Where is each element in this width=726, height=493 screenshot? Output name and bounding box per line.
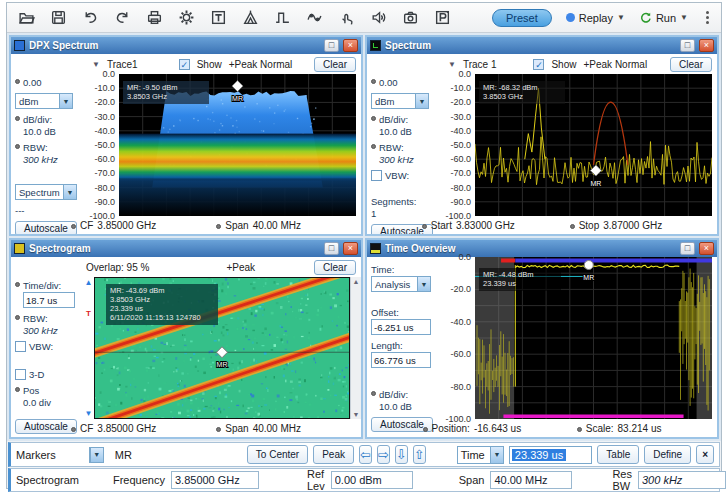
ref-level-value[interactable]: 0.00	[23, 77, 42, 88]
db-div-value[interactable]: 10.0 dB	[379, 126, 412, 137]
dpx-plot[interactable]: MR: -9.50 dBm3.8503 GHzMR	[119, 74, 356, 216]
clear-button[interactable]: Clear	[314, 57, 356, 72]
time-mode-dropdown[interactable]: Analysis▼	[371, 276, 431, 292]
peak-button[interactable]: Peak	[313, 445, 354, 464]
spectrogram-right-scrollbar[interactable]: ▲▼	[350, 277, 361, 419]
settings-gear-icon[interactable]	[175, 7, 198, 29]
maximize-button[interactable]: □	[324, 242, 339, 255]
scale-value[interactable]: 83.214 us	[618, 423, 662, 434]
close-markers-button[interactable]: ×	[696, 445, 714, 464]
offset-label: Offset:	[371, 307, 431, 318]
audio-icon[interactable]	[367, 7, 390, 29]
offset-field[interactable]	[371, 319, 431, 335]
ref-level-value[interactable]: 0.00	[379, 77, 398, 88]
radio-indicator	[15, 282, 20, 287]
spectrum-titlebar[interactable]: Spectrum □ ×	[367, 37, 717, 54]
cf-value[interactable]: 3.85000 GHz	[97, 220, 156, 231]
cf-value[interactable]: 3.85000 GHz	[97, 423, 156, 434]
peak-left-button[interactable]: ⇦	[359, 445, 372, 464]
position-value[interactable]: -16.643 us	[474, 423, 521, 434]
scroll-up-icon[interactable]: ▲	[353, 278, 360, 285]
redo-icon[interactable]	[111, 7, 134, 29]
undo-icon[interactable]	[79, 7, 102, 29]
close-button[interactable]: ×	[699, 242, 714, 255]
replay-button[interactable]: Replay▼	[566, 12, 625, 24]
rbw-value[interactable]: 300 kHz	[379, 154, 414, 165]
scroll-down-icon[interactable]: ▼	[85, 409, 93, 418]
units-dropdown[interactable]: dBm▼	[371, 93, 429, 109]
radio-indicator	[577, 427, 582, 432]
pulse-trace-icon[interactable]	[271, 7, 294, 29]
analysis-wave-icon[interactable]	[303, 7, 326, 29]
res-bw-field[interactable]	[638, 471, 726, 489]
length-field[interactable]	[371, 352, 431, 368]
peak-higher-button[interactable]: ⇧	[413, 445, 426, 464]
dpx-titlebar[interactable]: DPX Spectrum □ ×	[11, 37, 361, 54]
maximize-button[interactable]: □	[324, 39, 339, 52]
trace-collapse-icon[interactable]: ▼	[92, 60, 100, 69]
markers-toolbar: Markers ▼ MR To Center Peak ⇦ ⇨ ⇩ ⇧ Time…	[8, 442, 720, 467]
scroll-up-icon[interactable]: ▲	[85, 278, 93, 287]
vbw-checkbox[interactable]	[371, 170, 382, 181]
clear-button[interactable]: Clear	[314, 260, 356, 275]
preset-button[interactable]: Preset	[492, 9, 552, 27]
preset-p-icon[interactable]	[431, 7, 454, 29]
spectrogram-plot[interactable]: MR: -43.69 dBm3.8503 GHz23.339 us6/11/20…	[94, 277, 350, 419]
clear-button[interactable]: Clear	[670, 57, 712, 72]
scroll-down-icon[interactable]: ▼	[353, 411, 360, 418]
marker-select-dropdown[interactable]: ▼	[89, 447, 104, 463]
rbw-value[interactable]: 300 kHz	[23, 154, 58, 165]
trace-selector[interactable]: Trace1	[107, 59, 138, 70]
frequency-field[interactable]	[171, 471, 259, 489]
ref-lev-field[interactable]	[331, 471, 413, 489]
view-mode-dropdown[interactable]: Spectrum▼	[15, 184, 77, 200]
dpx-display-icon[interactable]	[239, 7, 262, 29]
time-overview-plot[interactable]: MR: -4.48 dBm23.339 usMR	[475, 257, 712, 419]
spectrum-plot[interactable]: MR: -68.32 dBm3.8503 GHzMR	[475, 74, 712, 216]
length-label: Length:	[371, 340, 431, 351]
time-overview-titlebar[interactable]: Time Overview □ ×	[367, 240, 717, 257]
close-button[interactable]: ×	[343, 242, 358, 255]
maximize-button[interactable]: □	[680, 39, 695, 52]
run-button[interactable]: Run▼	[639, 11, 688, 24]
rbw-value[interactable]: 300 kHz	[23, 325, 58, 336]
dpx-y-axis: 0.0-10.0-20.0-30.0-40.0-50.0-60.0-70.0-8…	[83, 74, 119, 216]
camera-icon[interactable]	[399, 7, 422, 29]
maximize-button[interactable]: □	[680, 242, 695, 255]
db-div-value[interactable]: 10.0 dB	[23, 126, 56, 137]
svg-text:MR: -68.32 dBm: MR: -68.32 dBm	[483, 83, 538, 92]
units-dropdown[interactable]: dBm▼	[15, 93, 73, 109]
span-value[interactable]: 40.00 MHz	[253, 423, 301, 434]
open-icon[interactable]	[15, 7, 38, 29]
to-center-button[interactable]: To Center	[247, 445, 308, 464]
define-button[interactable]: Define	[644, 445, 691, 464]
overlap-label: Overlap: 95 %	[86, 262, 149, 273]
touch-marker-icon[interactable]	[335, 7, 358, 29]
overflow-menu-icon[interactable]	[702, 9, 713, 26]
table-button[interactable]: Table	[597, 445, 639, 464]
span-field[interactable]	[490, 471, 572, 489]
time-div-field[interactable]	[23, 292, 75, 308]
3d-checkbox[interactable]	[15, 369, 26, 380]
trace-collapse-icon[interactable]: ▼	[448, 60, 456, 69]
close-button[interactable]: ×	[699, 39, 714, 52]
db-div-value[interactable]: 10.0 dB	[379, 401, 412, 412]
show-checkbox[interactable]: ✓	[179, 59, 190, 70]
pos-value[interactable]: 0.0 div	[23, 397, 51, 408]
spectrogram-control-row: Overlap: 95 % +Peak Clear	[11, 257, 361, 277]
marker-domain-dropdown[interactable]: Time▼	[457, 446, 504, 464]
vbw-checkbox[interactable]	[15, 341, 26, 352]
start-value[interactable]: 3.83000 GHz	[456, 220, 515, 231]
close-button[interactable]: ×	[343, 39, 358, 52]
print-icon[interactable]	[143, 7, 166, 29]
spectrogram-titlebar[interactable]: Spectrogram □ ×	[11, 240, 361, 257]
peak-right-button[interactable]: ⇨	[377, 445, 390, 464]
peak-lower-button[interactable]: ⇩	[395, 445, 408, 464]
span-value[interactable]: 40.00 MHz	[253, 220, 301, 231]
stop-value[interactable]: 3.87000 GHz	[603, 220, 662, 231]
marker-position-field[interactable]: 23.339 us	[509, 446, 593, 464]
trace-selector[interactable]: Trace 1	[463, 59, 497, 70]
save-icon[interactable]	[47, 7, 70, 29]
show-checkbox[interactable]: ✓	[533, 59, 544, 70]
display-text-icon[interactable]	[207, 7, 230, 29]
